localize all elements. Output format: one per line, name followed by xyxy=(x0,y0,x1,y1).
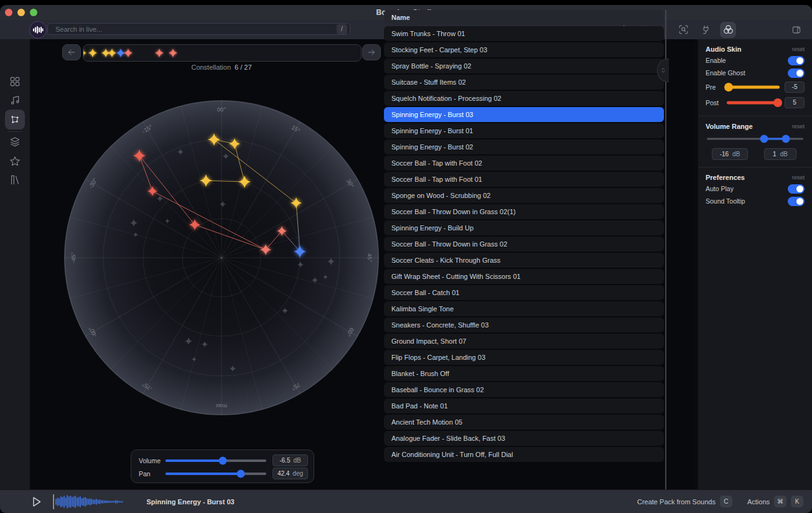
sidebar-item-constellation[interactable] xyxy=(5,110,25,129)
list-item[interactable]: Sneakers - Concrete, Shuffle 03 xyxy=(384,318,664,332)
music-note-icon xyxy=(9,94,21,106)
track-star[interactable] xyxy=(124,49,133,57)
search-input[interactable] xyxy=(47,23,350,35)
audio-skin-section: Audio Skin reset Enable Enable Ghost Pre… xyxy=(698,39,812,116)
pan-axis-label: -45° xyxy=(70,252,77,263)
list-item[interactable]: Soccer Ball - Tap with Foot 01 xyxy=(384,172,664,187)
pan-axis-label: 00° xyxy=(217,106,226,113)
list-item[interactable]: Gift Wrap Sheet - Cutting With Scissors … xyxy=(384,269,664,284)
constellation-icon xyxy=(9,113,21,126)
list-item[interactable]: Soccer Ball - Tap with Foot 02 xyxy=(384,156,664,171)
list-item[interactable]: Spray Bottle - Spraying 02 xyxy=(384,59,664,73)
sound-list-header: Name xyxy=(384,10,664,25)
sidebar-item-favorites[interactable] xyxy=(5,151,25,171)
preferences-reset-button[interactable]: reset xyxy=(792,174,805,181)
actions-label[interactable]: Actions xyxy=(747,498,770,506)
pre-slider[interactable] xyxy=(727,83,780,92)
chevrons-up-down-icon xyxy=(660,66,667,75)
track-star[interactable] xyxy=(169,49,177,57)
track-star[interactable] xyxy=(155,49,164,57)
list-item[interactable]: Sponge on Wood - Scrubbing 02 xyxy=(384,188,664,203)
track-star[interactable] xyxy=(88,49,97,57)
sidebar-item-music-library[interactable] xyxy=(5,90,25,110)
post-slider[interactable] xyxy=(727,98,780,107)
waveform[interactable] xyxy=(55,493,124,511)
list-item[interactable]: Stocking Feet - Carpet, Step 03 xyxy=(384,42,664,57)
list-item[interactable]: Blanket - Brush Off xyxy=(384,366,664,381)
list-item[interactable]: Spinning Energy - Burst 02 xyxy=(384,139,664,154)
post-value[interactable]: 5 xyxy=(785,97,805,108)
list-item[interactable]: Analogue Fader - Slide Back, Fast 03 xyxy=(384,431,664,446)
volume-range-low-value[interactable]: -16 dB xyxy=(712,148,748,160)
create-pack-label[interactable]: Create Pack from Sounds xyxy=(637,498,716,506)
pan-slider-thumb[interactable] xyxy=(237,469,245,478)
plugin-button[interactable] xyxy=(698,22,714,38)
track-star[interactable] xyxy=(116,49,125,57)
pre-row: Pre -5 xyxy=(706,79,805,95)
pre-value[interactable]: -5 xyxy=(785,82,805,93)
track-star[interactable] xyxy=(108,49,116,57)
list-item[interactable]: Spinning Energy - Burst 03 xyxy=(384,107,664,122)
create-pack-shortcut-key[interactable]: C xyxy=(720,496,732,507)
previous-constellation-button[interactable] xyxy=(62,44,81,60)
pre-slider-thumb[interactable] xyxy=(724,83,733,92)
list-item[interactable]: Soccer Ball - Throw Down in Grass 02 xyxy=(384,237,664,252)
list-item[interactable]: Flip Flops - Carpet, Landing 03 xyxy=(384,350,664,365)
list-item[interactable]: Soccer Ball - Throw Down in Grass 02(1) xyxy=(384,204,664,219)
post-slider-thumb[interactable] xyxy=(773,98,782,107)
list-item[interactable]: Baseball - Bounce in Grass 02 xyxy=(384,382,664,397)
volume-range-reset-button[interactable]: reset xyxy=(792,123,805,129)
volume-value[interactable]: -6.5dB xyxy=(273,454,308,466)
next-constellation-button[interactable] xyxy=(362,44,381,60)
list-item[interactable]: Soccer Ball - Catch 01 xyxy=(384,285,664,300)
playhead-cursor[interactable] xyxy=(53,494,54,509)
volume-slider-thumb[interactable] xyxy=(219,456,227,464)
app-logo[interactable] xyxy=(29,21,47,39)
panel-toggle-button[interactable] xyxy=(788,22,805,38)
list-item[interactable]: Spinning Energy - Burst 01 xyxy=(384,123,664,138)
list-item[interactable]: Air Conditioning Unit - Turn Off, Full D… xyxy=(384,447,664,462)
now-playing-title: Spinning Energy - Burst 03 xyxy=(147,498,235,506)
volume-row: Volume -6.5dB xyxy=(139,454,308,466)
constellation-counter: Constellation6 / 27 xyxy=(30,64,413,71)
volume-range-high-thumb[interactable] xyxy=(782,135,790,143)
list-item[interactable]: Ground Impact, Short 07 xyxy=(384,334,664,349)
bookshelf-icon xyxy=(9,174,21,186)
track-star[interactable] xyxy=(83,49,86,57)
volume-range-slider[interactable] xyxy=(706,131,805,146)
list-item[interactable]: Swim Trunks - Throw 01 xyxy=(384,26,664,41)
list-item[interactable]: Suitcase - Stuff Items 02 xyxy=(384,75,664,90)
blend-button[interactable] xyxy=(720,22,736,38)
volume-range-high-value[interactable]: 1 dB xyxy=(764,148,796,160)
constellation-track[interactable] xyxy=(83,44,362,62)
actions-k-key[interactable]: K xyxy=(791,496,803,507)
constellation-counter-value: 6 / 27 xyxy=(235,64,252,71)
list-item[interactable]: Bad Pad - Note 01 xyxy=(384,398,664,413)
volume-label: Volume xyxy=(139,457,166,464)
sidebar-item-dashboard[interactable] xyxy=(5,72,25,92)
volume-slider[interactable] xyxy=(166,459,266,462)
audio-skin-reset-button[interactable]: reset xyxy=(792,46,805,52)
enable-ghost-toggle[interactable] xyxy=(788,68,805,78)
sidebar-item-layers[interactable] xyxy=(5,132,25,152)
actions-cmd-key[interactable]: ⌘ xyxy=(774,496,786,507)
pan-value[interactable]: 42.4deg xyxy=(273,468,308,479)
list-item[interactable]: Ancient Tech Motion 05 xyxy=(384,415,664,430)
sound-tooltip-toggle[interactable] xyxy=(788,197,805,206)
panel-divider[interactable] xyxy=(665,10,666,513)
sidebar-item-library[interactable] xyxy=(5,170,25,190)
list-item[interactable]: Kalimba Single Tone xyxy=(384,301,664,316)
pan-chart[interactable]: 00°15°30°45°60°75°max-75°-60°-45°-30°-15… xyxy=(64,100,379,415)
pan-slider[interactable] xyxy=(166,473,266,475)
list-item[interactable]: Soccer Cleats - Kick Through Grass xyxy=(384,253,664,268)
volume-range-low-thumb[interactable] xyxy=(760,135,768,143)
play-button[interactable] xyxy=(30,496,43,508)
list-item[interactable]: Squelch Notification - Processing 02 xyxy=(384,91,664,106)
enable-toggle[interactable] xyxy=(788,56,805,65)
auto-play-toggle[interactable] xyxy=(788,184,805,194)
scan-search-button[interactable] xyxy=(675,22,691,38)
list-item[interactable]: Spinning Energy - Build Up xyxy=(384,220,664,235)
enable-row: Enable xyxy=(706,54,805,67)
panel-toggle-icon xyxy=(791,24,802,35)
plug-icon xyxy=(700,24,712,35)
